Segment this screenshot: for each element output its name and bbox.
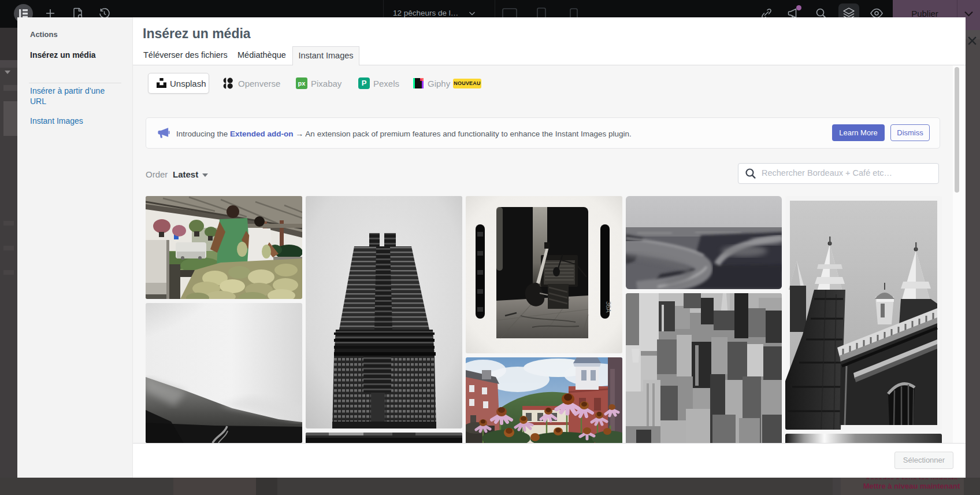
svg-text:36A: 36A [605, 301, 612, 313]
